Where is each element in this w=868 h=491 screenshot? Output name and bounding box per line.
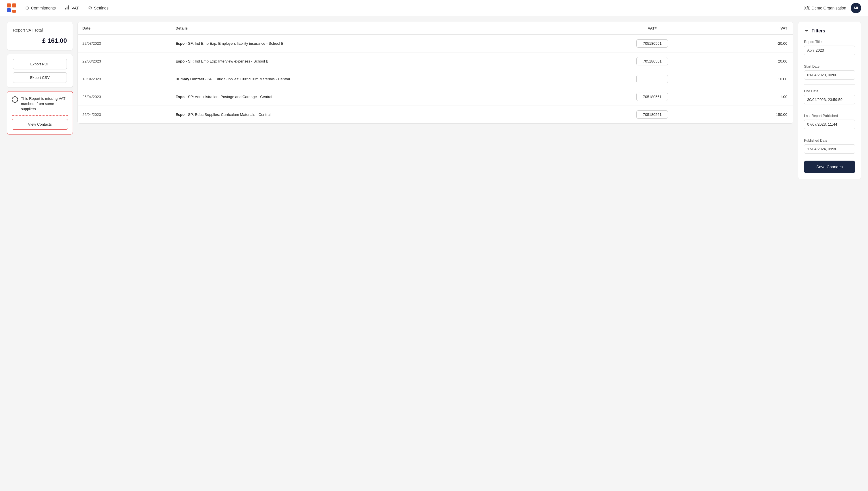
data-table-section: Date Details VAT# VAT 22/03/2023 Espo - … <box>78 22 793 124</box>
svg-rect-1 <box>66 7 67 9</box>
published-date-label: Published Date <box>804 139 855 143</box>
vat-table: Date Details VAT# VAT 22/03/2023 Espo - … <box>78 22 793 123</box>
filters-title: Filters <box>811 28 825 34</box>
cell-date-2: 18/04/2023 <box>78 70 171 88</box>
table-row: 26/04/2023 Espo - SP: Educ Supplies: Cur… <box>78 106 793 124</box>
nav-settings-label: Settings <box>94 6 109 10</box>
cell-vatnum-3 <box>584 88 721 106</box>
cell-vatnum-2 <box>584 70 721 88</box>
published-date-input[interactable] <box>804 144 855 154</box>
export-pdf-button[interactable]: Export PDF <box>13 59 67 69</box>
table-row: 22/03/2023 Espo - SF: Ind Emp Exp: Emplo… <box>78 35 793 53</box>
table-row: 26/04/2023 Espo - SP: Administration: Po… <box>78 88 793 106</box>
svg-rect-0 <box>65 8 66 9</box>
divider-3 <box>804 109 855 109</box>
save-changes-button[interactable]: Save Changes <box>804 161 855 173</box>
nav-commitments-label: Commitments <box>31 6 56 10</box>
start-date-input[interactable] <box>804 70 855 80</box>
app-logo <box>7 3 16 12</box>
cell-details-2: Dummy Contact - SP: Educ Supplies: Curri… <box>171 70 584 88</box>
cell-desc-3: - SP: Administration: Postage and Carria… <box>185 95 272 99</box>
main-content: Report VAT Total £ 161.00 Export PDF Exp… <box>0 16 868 185</box>
cell-date-1: 22/03/2023 <box>78 53 171 70</box>
cell-desc-0: - SF: Ind Emp Exp: Employers liability i… <box>185 41 283 46</box>
export-card: Export PDF Export CSV <box>7 54 73 88</box>
warning-card: ! This Report is missing VAT numbers fro… <box>7 91 73 135</box>
last-published-input[interactable] <box>804 120 855 129</box>
warning-icon: ! <box>12 96 18 103</box>
filter-start-date: Start Date <box>804 64 855 80</box>
col-date: Date <box>78 22 171 35</box>
cell-supplier-0: Espo <box>175 41 185 46</box>
end-date-input[interactable] <box>804 95 855 105</box>
cell-vatnum-0 <box>584 35 721 53</box>
cell-details-4: Espo - SP: Educ Supplies: Curriculum Mat… <box>171 106 584 124</box>
avatar[interactable]: MI <box>851 3 861 13</box>
cell-vatamount-2: 10.00 <box>721 70 793 88</box>
cell-details-1: Espo - SF: Ind Emp Exp: Interview expens… <box>171 53 584 70</box>
export-csv-button[interactable]: Export CSV <box>13 72 67 83</box>
cell-date-4: 26/04/2023 <box>78 106 171 124</box>
vat-total-card: Report VAT Total £ 161.00 <box>7 22 73 51</box>
filter-report-title: Report Title <box>804 40 855 55</box>
divider-4 <box>804 134 855 134</box>
vat-number-input-4[interactable] <box>636 110 668 119</box>
nav-right: XfE Demo Organisation MI <box>804 3 861 13</box>
nav-vat-label: VAT <box>72 6 79 10</box>
vat-icon <box>65 5 70 11</box>
navbar: ⊙ Commitments VAT ⚙ Settings XfE Demo Or… <box>0 0 868 16</box>
vat-number-input-2[interactable] <box>636 75 668 83</box>
cell-supplier-3: Espo <box>175 95 185 99</box>
nav-commitments[interactable]: ⊙ Commitments <box>25 4 56 12</box>
cell-details-3: Espo - SP: Administration: Postage and C… <box>171 88 584 106</box>
divider-2 <box>804 84 855 85</box>
filters-header: Filters <box>804 28 855 34</box>
report-title-input[interactable] <box>804 46 855 55</box>
cell-vatamount-3: 1.00 <box>721 88 793 106</box>
col-details: Details <box>171 22 584 35</box>
cell-supplier-4: Espo <box>175 112 185 117</box>
cell-desc-4: - SP: Educ Supplies: Curriculum Material… <box>185 112 270 117</box>
vat-total-amount: £ 161.00 <box>13 37 67 45</box>
vat-number-input-0[interactable] <box>636 39 668 48</box>
cell-supplier-2: Dummy Contact <box>175 77 204 81</box>
vat-total-label: Report VAT Total <box>13 28 67 32</box>
cell-details-0: Espo - SF: Ind Emp Exp: Employers liabil… <box>171 35 584 53</box>
col-vat: VAT <box>721 22 793 35</box>
cell-supplier-1: Espo <box>175 59 185 63</box>
left-sidebar: Report VAT Total £ 161.00 Export PDF Exp… <box>7 22 73 135</box>
cell-vatnum-4 <box>584 106 721 124</box>
warning-header: ! This Report is missing VAT numbers fro… <box>12 96 68 112</box>
cell-date-3: 26/04/2023 <box>78 88 171 106</box>
filter-published-date: Published Date <box>804 139 855 154</box>
cell-vatamount-0: -20.00 <box>721 35 793 53</box>
view-contacts-button[interactable]: View Contacts <box>12 119 68 129</box>
filters-panel: Filters Report Title Start Date End Date… <box>798 22 861 179</box>
filter-end-date: End Date <box>804 89 855 105</box>
nav-vat[interactable]: VAT <box>65 4 79 12</box>
warning-text: This Report is missing VAT numbers from … <box>21 96 68 112</box>
start-date-label: Start Date <box>804 64 855 68</box>
cell-vatnum-1 <box>584 53 721 70</box>
cell-desc-2: - SP: Educ Supplies: Curriculum Material… <box>204 77 290 81</box>
cell-date-0: 22/03/2023 <box>78 35 171 53</box>
report-title-label: Report Title <box>804 40 855 44</box>
svg-rect-2 <box>68 5 69 9</box>
nav-settings[interactable]: ⚙ Settings <box>88 4 109 12</box>
vat-number-input-1[interactable] <box>636 57 668 65</box>
cell-vatamount-4: 150.00 <box>721 106 793 124</box>
warning-divider <box>12 115 68 116</box>
table-row: 18/04/2023 Dummy Contact - SP: Educ Supp… <box>78 70 793 88</box>
divider-1 <box>804 60 855 60</box>
org-name: XfE Demo Organisation <box>804 6 846 10</box>
cell-desc-1: - SF: Ind Emp Exp: Interview expenses - … <box>185 59 268 63</box>
col-vat-num: VAT# <box>584 22 721 35</box>
commitments-icon: ⊙ <box>25 5 29 10</box>
last-published-label: Last Report Published <box>804 114 855 118</box>
table-row: 22/03/2023 Espo - SF: Ind Emp Exp: Inter… <box>78 53 793 70</box>
vat-number-input-3[interactable] <box>636 93 668 101</box>
filter-icon <box>804 28 809 34</box>
cell-vatamount-1: 20.00 <box>721 53 793 70</box>
filter-last-published: Last Report Published <box>804 114 855 129</box>
end-date-label: End Date <box>804 89 855 93</box>
